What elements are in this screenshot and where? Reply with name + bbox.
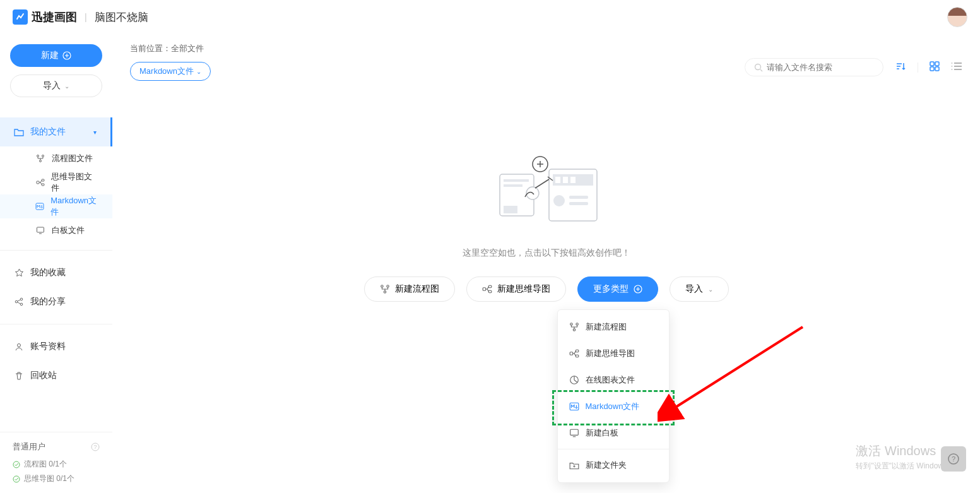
svg-point-38: [384, 291, 386, 293]
svg-rect-5: [42, 179, 44, 181]
markdown-icon: [35, 202, 44, 211]
svg-point-16: [13, 476, 20, 482]
dropdown-item-markdown[interactable]: Markdown文件: [558, 393, 669, 420]
sidebar-item-share[interactable]: 我的分享: [0, 287, 112, 316]
new-flowchart-button[interactable]: 新建流程图: [364, 276, 455, 302]
svg-rect-23: [504, 206, 517, 213]
search-input[interactable]: [767, 62, 874, 72]
empty-actions: 新建流程图 新建思维导图 更多类型 导入 ⌄: [364, 276, 729, 302]
svg-line-52: [673, 327, 803, 409]
dropdown-item-flowchart[interactable]: 新建流程图: [558, 314, 669, 340]
svg-rect-20: [930, 67, 934, 71]
breadcrumb: 当前位置：全部文件: [130, 43, 962, 54]
svg-rect-47: [576, 350, 579, 352]
sidebar-item-whiteboard[interactable]: 白板文件: [0, 218, 112, 242]
svg-rect-25: [504, 184, 522, 187]
avatar[interactable]: [947, 7, 967, 27]
more-types-button[interactable]: 更多类型: [577, 276, 658, 302]
board-icon: [35, 226, 45, 235]
sidebar-nav: 我的文件 ▾ 流程图文件 思维导图文件 Markdown文件 白板文件: [0, 117, 112, 432]
svg-text:?: ?: [952, 455, 955, 463]
user-type-label: 普通用户: [13, 441, 45, 453]
file-type-filter[interactable]: Markdown文件 ⌄: [130, 62, 211, 81]
sidebar-item-my-files[interactable]: 我的文件 ▾: [0, 117, 112, 146]
new-button[interactable]: 新建: [10, 44, 102, 67]
sidebar: 新建 导入 ⌄ 我的文件 ▾ 流程图文件 思维导图文件: [0, 34, 112, 493]
search-icon: [754, 63, 763, 72]
svg-point-43: [570, 323, 572, 325]
sidebar-item-flowchart[interactable]: 流程图文件: [0, 146, 112, 170]
svg-point-44: [576, 323, 577, 325]
empty-illustration: [490, 150, 603, 232]
svg-point-36: [381, 285, 382, 287]
svg-rect-18: [930, 62, 934, 66]
svg-rect-46: [570, 352, 573, 355]
help-feedback-badge[interactable]: ?: [941, 446, 966, 472]
svg-point-17: [755, 64, 761, 69]
svg-rect-4: [37, 181, 39, 184]
chevron-down-icon: ⌄: [64, 83, 69, 90]
chevron-down-icon: ⌄: [196, 68, 201, 75]
empty-text: 这里空空如也，点击以下按钮高效创作吧！: [463, 247, 630, 259]
sort-icon[interactable]: [895, 61, 906, 74]
user-icon: [14, 342, 24, 351]
import-action-button[interactable]: 导入 ⌄: [670, 276, 729, 302]
sidebar-item-favorites[interactable]: 我的收藏: [0, 258, 112, 287]
dropdown-item-new-folder[interactable]: 新建文件夹: [558, 452, 669, 478]
sidebar-footer: 普通用户 ? 流程图 0/1个 思维导图 0/1个: [0, 432, 112, 493]
svg-point-3: [40, 160, 42, 162]
svg-rect-6: [42, 184, 44, 186]
svg-rect-28: [555, 177, 560, 183]
svg-rect-33: [569, 202, 588, 205]
help-icon[interactable]: ?: [91, 443, 100, 451]
trash-icon: [14, 371, 24, 380]
windows-watermark: 激活 Windows 转到"设置"以激活 Windows。: [856, 443, 955, 472]
toolbar-right: [745, 58, 962, 76]
svg-rect-30: [570, 177, 576, 183]
folder-icon: [14, 128, 24, 136]
import-button[interactable]: 导入 ⌄: [10, 74, 102, 97]
brand-logo: [13, 9, 28, 25]
grid-view-icon[interactable]: [930, 61, 940, 73]
main-content: 当前位置：全部文件 Markdown文件 ⌄: [112, 34, 980, 493]
brand-name: 迅捷画图: [32, 9, 77, 25]
sidebar-item-markdown[interactable]: Markdown文件: [0, 194, 112, 218]
svg-rect-8: [37, 227, 44, 232]
svg-text:?: ?: [93, 444, 97, 450]
svg-rect-24: [504, 179, 529, 182]
svg-rect-32: [569, 196, 588, 199]
sidebar-item-mindmap[interactable]: 思维导图文件: [0, 170, 112, 194]
svg-rect-19: [935, 62, 939, 66]
svg-point-1: [37, 155, 39, 157]
svg-point-31: [553, 195, 565, 206]
svg-point-9: [20, 298, 23, 300]
svg-rect-29: [563, 177, 568, 183]
list-view-icon[interactable]: [951, 61, 962, 73]
dropdown-item-chart[interactable]: 在线图表文件: [558, 367, 669, 393]
new-mindmap-button[interactable]: 新建思维导图: [466, 276, 566, 302]
svg-point-37: [386, 285, 388, 287]
annotation-arrow: [658, 321, 809, 428]
sidebar-item-account[interactable]: 账号资料: [0, 332, 112, 361]
share-icon: [14, 297, 24, 306]
app-header: 迅捷画图 | 脑图不烧脑: [0, 0, 980, 34]
svg-point-12: [18, 344, 21, 347]
plus-icon: [62, 51, 71, 60]
svg-rect-40: [488, 285, 492, 287]
chevron-down-icon: ⌄: [708, 286, 713, 293]
mind-icon: [35, 178, 45, 187]
plus-icon: [634, 285, 642, 294]
dropdown-item-mindmap[interactable]: 新建思维导图: [558, 340, 669, 367]
brand: 迅捷画图 | 脑图不烧脑: [13, 9, 148, 25]
quota-mindmap: 思维导图 0/1个: [13, 473, 100, 484]
svg-rect-39: [483, 288, 486, 291]
search-box[interactable]: [745, 58, 883, 76]
svg-rect-41: [488, 290, 492, 292]
flow-icon: [35, 154, 45, 163]
svg-point-45: [573, 329, 575, 331]
sidebar-item-trash[interactable]: 回收站: [0, 361, 112, 390]
svg-rect-21: [935, 67, 939, 71]
more-types-dropdown: 新建流程图 新建思维导图 在线图表文件 Markdown文件: [557, 309, 670, 483]
dropdown-item-whiteboard[interactable]: 新建白板: [558, 420, 669, 446]
svg-point-11: [20, 303, 23, 306]
